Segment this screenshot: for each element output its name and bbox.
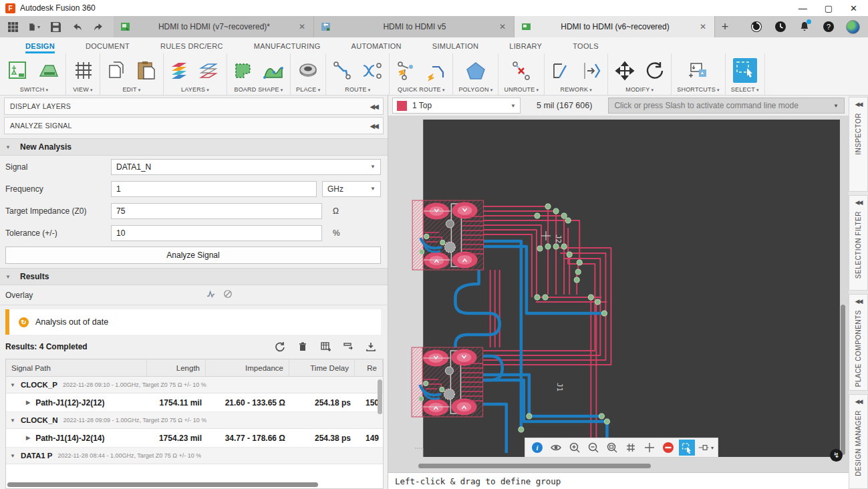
menu-library[interactable]: LIBRARY xyxy=(509,40,542,53)
zoom-fit-icon[interactable] xyxy=(604,440,620,456)
display-layers-panel[interactable]: DISPLAY LAYERS ◀◀ xyxy=(4,98,384,115)
job-status-icon[interactable] xyxy=(750,21,762,33)
col-re[interactable]: Re xyxy=(355,359,383,376)
stop-restrict-icon[interactable] xyxy=(660,440,676,456)
info-icon[interactable]: i xyxy=(529,440,545,456)
results-section-header[interactable]: ▼ Results xyxy=(0,268,388,285)
collapse-icon[interactable]: ◀◀ xyxy=(370,103,378,110)
table-vertical-scrollbar[interactable] xyxy=(378,379,382,414)
col-time-delay[interactable]: Time Delay xyxy=(289,359,355,376)
history-clock-icon[interactable] xyxy=(774,21,786,33)
toolbar-group-view[interactable]: VIEW xyxy=(66,53,100,95)
toolbar-group-polygon[interactable]: POLYGON xyxy=(453,53,498,95)
toolbar-group-modify[interactable]: MODIFY xyxy=(608,53,672,95)
new-analysis-section-header[interactable]: ▼ New Analysis xyxy=(0,138,388,156)
minimize-button[interactable]: — xyxy=(799,3,807,13)
expand-triangle-icon[interactable]: ▼ xyxy=(10,418,21,424)
document-tab-3-active[interactable]: HDMI to HDMI (v6~recovered) ✕ xyxy=(515,16,715,37)
collapse-icon[interactable]: ◀◀ xyxy=(370,122,378,130)
undo-button[interactable] xyxy=(71,21,83,33)
select-mode-icon[interactable] xyxy=(679,440,695,456)
layer-selector[interactable]: 1 Top ▼ xyxy=(392,98,521,114)
inspector-tab[interactable]: ◀◀ INSPECTOR xyxy=(849,97,868,192)
menu-manufacturing[interactable]: MANUFACTURING xyxy=(254,40,321,53)
col-length[interactable]: Length xyxy=(147,359,206,376)
signal-dropdown[interactable]: DATA1_N ▼ xyxy=(111,159,381,175)
menu-automation[interactable]: AUTOMATION xyxy=(351,40,402,53)
menu-document[interactable]: DOCUMENT xyxy=(86,40,130,53)
tolerance-input[interactable] xyxy=(111,225,322,241)
expand-triangle-icon[interactable]: ▼ xyxy=(10,453,21,459)
expand-triangle-icon[interactable]: ▼ xyxy=(10,382,21,388)
grid-toggle-icon[interactable] xyxy=(623,440,639,456)
canvas-vertical-scrollbar[interactable] xyxy=(841,305,845,455)
document-tab-2[interactable]: HDMI to HDMI v5 ✕ xyxy=(314,16,515,37)
connector-j2[interactable] xyxy=(412,200,483,270)
visibility-eye-icon[interactable] xyxy=(548,440,564,456)
toolbar-group-unroute[interactable]: UNROUTE xyxy=(498,53,545,95)
table-row[interactable]: ▼ CLOCK_N 2022-11-28 09:09 - 1.00GHz, Ta… xyxy=(6,412,383,429)
table-row[interactable]: ▼ DATA1 P 2022-11-28 08:44 - 1.00GHz, Ta… xyxy=(6,448,383,464)
overlay-off-icon[interactable] xyxy=(223,289,241,301)
table-view-icon[interactable] xyxy=(318,341,333,353)
collapse-triangle-icon[interactable]: ▼ xyxy=(5,144,20,150)
app-grid-icon[interactable] xyxy=(7,21,19,33)
route-mode-icon[interactable]: ▾ xyxy=(698,440,714,456)
frequency-unit-dropdown[interactable]: GHz ▼ xyxy=(322,181,381,197)
zoom-out-icon[interactable] xyxy=(585,440,601,456)
download-icon[interactable] xyxy=(364,341,378,353)
toolbar-group-layers[interactable]: LAYERS xyxy=(164,53,227,95)
col-signal-path[interactable]: Signal Path xyxy=(6,359,147,376)
close-tab-icon[interactable]: ✕ xyxy=(297,22,307,31)
refresh-results-icon[interactable] xyxy=(273,341,287,353)
new-tab-button[interactable]: + xyxy=(715,16,735,37)
table-horizontal-scrollbar[interactable] xyxy=(7,482,318,487)
new-file-button[interactable]: ▾ xyxy=(28,21,40,33)
notifications-bell-icon[interactable] xyxy=(798,21,811,33)
close-button[interactable]: ✕ xyxy=(850,3,857,13)
expand-triangle-icon[interactable]: ▶ xyxy=(26,399,30,405)
frequency-input[interactable] xyxy=(111,181,317,197)
collapse-triangle-icon[interactable]: ▼ xyxy=(5,274,20,280)
menu-tools[interactable]: TOOLS xyxy=(573,40,599,53)
redo-button[interactable] xyxy=(92,21,104,33)
toolbar-group-rework[interactable]: REWORK xyxy=(545,53,608,95)
place-components-tab[interactable]: ◀◀ PLACE COMPONENTS xyxy=(849,294,868,391)
toolbar-group-edit[interactable]: EDIT xyxy=(100,53,164,95)
toolbar-group-quick-route[interactable]: QUICK ROUTE xyxy=(390,53,453,95)
col-impedance[interactable]: Impedance xyxy=(206,359,289,376)
crosshair-icon[interactable] xyxy=(641,440,658,456)
help-icon[interactable]: ? xyxy=(822,21,835,33)
job-status-badge[interactable]: ↯ xyxy=(830,449,843,462)
close-tab-icon[interactable]: ✕ xyxy=(698,22,708,31)
delete-results-icon[interactable] xyxy=(295,341,310,353)
menu-simulation[interactable]: SIMULATION xyxy=(432,40,478,53)
toolbar-group-select[interactable]: SELECT xyxy=(726,53,765,95)
close-tab-icon[interactable]: ✕ xyxy=(498,22,507,31)
connector-j1[interactable] xyxy=(412,347,482,417)
analyze-signal-panel[interactable]: ANALYZE SIGNAL ◀◀ xyxy=(4,117,384,134)
toolbar-group-switch[interactable]: SWITCH xyxy=(3,53,66,95)
impedance-input[interactable] xyxy=(111,203,322,219)
selection-filter-tab[interactable]: ◀◀ SELECTION FILTER xyxy=(849,195,868,290)
toolbar-group-board-shape[interactable]: BOARD SHAPE xyxy=(227,53,291,95)
table-row[interactable]: ▶Path-J1(14)-J2(14) 1754.23 mil 34.77 - … xyxy=(6,429,383,448)
export-columns-icon[interactable] xyxy=(341,341,355,353)
design-manager-tab[interactable]: ◀◀ DESIGN MANAGER xyxy=(849,394,868,489)
analyze-signal-button[interactable]: Analyze Signal xyxy=(5,247,381,264)
toolbar-group-shortcuts[interactable]: SHORTCUTS xyxy=(672,53,726,95)
save-button[interactable] xyxy=(49,21,61,33)
user-avatar[interactable] xyxy=(846,20,860,34)
menu-design[interactable]: DESIGN xyxy=(25,40,55,53)
menu-rules[interactable]: RULES DRC/ERC xyxy=(160,40,223,53)
table-row[interactable]: ▶Path-J1(12)-J2(12) 1754.11 mil 21.60 - … xyxy=(6,393,383,412)
overlay-signal-icon[interactable] xyxy=(206,289,223,301)
toolbar-group-place[interactable]: PLACE xyxy=(291,53,326,95)
zoom-in-icon[interactable] xyxy=(567,440,583,456)
pcb-board-view[interactable]: J2 J1 xyxy=(388,116,849,472)
canvas-horizontal-scrollbar[interactable] xyxy=(418,464,651,468)
toolbar-group-route[interactable]: ROUTE xyxy=(326,53,390,95)
command-line-input[interactable]: Click or press Slash to activate command… xyxy=(608,98,845,114)
table-row[interactable]: ▼ CLOCK_P 2022-11-28 09:10 - 1.00GHz, Ta… xyxy=(6,377,383,393)
pcb-canvas[interactable]: J2 J1 i xyxy=(388,116,849,472)
